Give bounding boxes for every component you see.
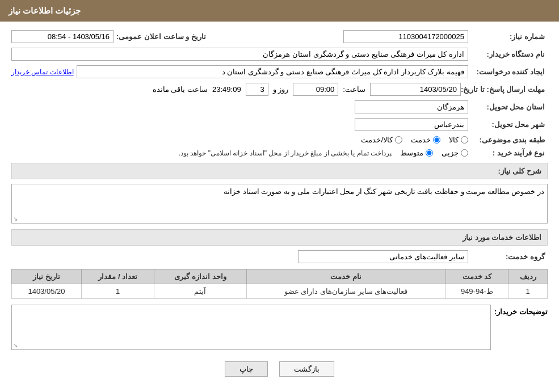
col-header-date: تاریخ نیاز	[12, 269, 82, 284]
category-option-3: کالا/خدمت	[361, 136, 402, 144]
process-option-motavasset: متوسط	[400, 149, 433, 157]
cell-name: فعالیت‌های سایر سازمان‌های دارای عضو	[246, 284, 445, 299]
general-desc-section-title: شرح کلی نیاز:	[11, 163, 548, 179]
table-header-row: ردیف کد خدمت نام خدمت واحد اندازه گیری ت…	[12, 269, 548, 284]
service-group-row: گروه خدمت: سایر فعالیت‌های خدماتی	[11, 250, 548, 263]
datetime-value: 1403/05/16 - 08:54	[11, 30, 114, 43]
header-title: جزئیات اطلاعات نیاز	[9, 6, 81, 15]
process-radio-group: جزیی متوسط	[400, 149, 468, 157]
general-desc-value: در خصوص مطالعه مرمت و حفاظت بافت تاریخی …	[224, 187, 544, 196]
contact-link[interactable]: اطلاعات تماس خریدار	[11, 68, 74, 76]
response-time-value: 09:00	[293, 83, 338, 96]
province-label: استان محل تحویل:	[468, 103, 548, 111]
category-option-2: خدمت	[411, 136, 440, 144]
province-row: استان محل تحویل: هرمزگان	[11, 100, 548, 113]
process-row: نوع فرآیند خرید : جزیی متوسط پرداخت تمام…	[11, 149, 548, 157]
response-time-label: ساعت:	[338, 85, 370, 94]
general-desc-label: شرح کلی نیاز:	[498, 167, 541, 175]
buyer-desc-resize: ↘	[13, 342, 18, 348]
back-button[interactable]: بازگشت	[279, 361, 334, 377]
creator-label: ایجاد کننده درخواست:	[468, 68, 548, 76]
table-header: ردیف کد خدمت نام خدمت واحد اندازه گیری ت…	[12, 269, 548, 284]
col-header-qty: تعداد / مقدار	[81, 269, 154, 284]
print-button[interactable]: چاپ	[225, 361, 268, 377]
category-radio-khedmat[interactable]	[433, 136, 440, 144]
service-info-title: اطلاعات خدمات مورد نیاز	[463, 233, 541, 242]
response-days-value: 3	[246, 83, 268, 96]
resize-handle: ↘	[13, 216, 18, 222]
process-label: نوع فرآیند خرید :	[468, 149, 548, 157]
cell-date: 1403/05/20	[12, 284, 82, 299]
buyer-desc-area: ↘	[11, 305, 491, 350]
col-header-unit: واحد اندازه گیری	[154, 269, 246, 284]
buyer-org-value: اداره کل میراث فرهنگی صنایع دستی و گردشگ…	[11, 48, 468, 61]
datetime-label: تاریخ و ساعت اعلان عمومی:	[114, 32, 209, 41]
table-row: 1 ط-94-949 فعالیت‌های سایر سازمان‌های دا…	[12, 284, 548, 299]
category-radio-kala-khedmat[interactable]	[395, 136, 402, 144]
response-deadline-label: مهلت ارسال پاسخ: تا تاریخ:	[461, 85, 548, 94]
city-label: شهر محل تحویل:	[468, 120, 548, 129]
buyer-org-label: نام دستگاه خریدار:	[468, 50, 548, 58]
services-table-section: ردیف کد خدمت نام خدمت واحد اندازه گیری ت…	[11, 269, 548, 299]
process-radio-jozii[interactable]	[461, 149, 468, 157]
col-header-name: نام خدمت	[246, 269, 445, 284]
cell-unit: آیتم	[154, 284, 246, 299]
creator-row: ایجاد کننده درخواست: فهیمه بلارک کاربردا…	[11, 65, 548, 78]
category-label-kala-khedmat: کالا/خدمت	[361, 136, 393, 144]
process-label-jozii: جزیی	[442, 149, 459, 157]
province-value: هرمزگان	[355, 100, 468, 113]
process-note: پرداخت تمام یا بخشی از مبلغ خریدار از مح…	[179, 149, 400, 157]
buyer-desc-label: توضیحات خریدار:	[491, 305, 548, 316]
service-info-section-title: اطلاعات خدمات مورد نیاز	[11, 229, 548, 246]
response-date-value: 1403/05/20	[370, 83, 461, 96]
buttons-row: بازگشت چاپ	[11, 361, 548, 377]
category-radio-kala[interactable]	[461, 136, 468, 144]
need-number-value: 1103004172000025	[343, 30, 468, 43]
table-body: 1 ط-94-949 فعالیت‌های سایر سازمان‌های دا…	[12, 284, 548, 299]
service-group-label: گروه خدمت:	[468, 252, 548, 261]
remaining-time-label: ساعت باقی مانده	[153, 85, 208, 94]
category-row: طبقه بندی موضوعی: کالا خدمت کالا/خدمت	[11, 136, 548, 144]
col-header-row: ردیف	[508, 269, 548, 284]
general-desc-wrapper: در خصوص مطالعه مرمت و حفاظت بافت تاریخی …	[11, 184, 548, 224]
cell-row: 1	[508, 284, 548, 299]
need-number-row: شماره نیاز: 1103004172000025 تاریخ و ساع…	[11, 30, 548, 43]
city-row: شهر محل تحویل: بندرعباس	[11, 118, 548, 131]
services-table: ردیف کد خدمت نام خدمت واحد اندازه گیری ت…	[11, 269, 548, 299]
service-group-value: سایر فعالیت‌های خدماتی	[298, 250, 468, 263]
col-header-code: کد خدمت	[445, 269, 508, 284]
need-number-label: شماره نیاز:	[468, 32, 548, 41]
buyer-org-row: نام دستگاه خریدار: اداره کل میراث فرهنگی…	[11, 48, 548, 61]
remaining-time-value: 23:49:09	[208, 85, 246, 94]
response-deadline-row: مهلت ارسال پاسخ: تا تاریخ: 1403/05/20 سا…	[11, 83, 548, 96]
category-radio-group: کالا خدمت کالا/خدمت	[361, 136, 468, 144]
response-days-label: روز و	[268, 85, 293, 94]
page-header: جزئیات اطلاعات نیاز	[0, 0, 559, 22]
category-label-khedmat: خدمت	[411, 136, 431, 144]
general-desc-textarea: در خصوص مطالعه مرمت و حفاظت بافت تاریخی …	[11, 184, 548, 224]
process-option-jozii: جزیی	[442, 149, 468, 157]
buyer-desc-row: توضیحات خریدار: ↘	[11, 305, 548, 350]
category-label-kala: کالا	[449, 136, 459, 144]
creator-value: فهیمه بلارک کاربردار اداره کل میراث فرهن…	[77, 65, 468, 78]
cell-code: ط-94-949	[445, 284, 508, 299]
category-option-1: کالا	[449, 136, 468, 144]
cell-qty: 1	[81, 284, 154, 299]
process-label-motavasset: متوسط	[400, 149, 423, 157]
city-value: بندرعباس	[355, 118, 468, 131]
process-radio-motavasset[interactable]	[426, 149, 433, 157]
category-label: طبقه بندی موضوعی:	[468, 136, 548, 144]
